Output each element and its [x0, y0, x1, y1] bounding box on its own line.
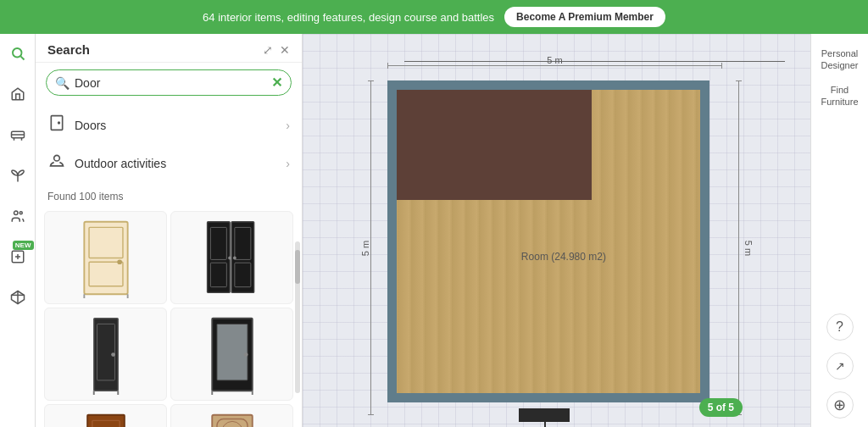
search-panel: Search ⤢ ✕ 🔍 ✕ Doors	[36, 34, 303, 427]
sidebar-item-furniture[interactable]	[5, 122, 31, 147]
search-header: Search ⤢ ✕	[36, 34, 302, 63]
svg-line-1	[20, 56, 24, 59]
search-input-inner: 🔍 ✕	[46, 69, 292, 96]
door-item-4[interactable]	[170, 308, 293, 401]
room-label: Room (24.980 m2)	[521, 251, 606, 263]
dim-left-line	[370, 80, 371, 415]
outdoor-chevron-icon: ›	[286, 157, 290, 170]
sidebar-item-new-wrap: NEW	[5, 244, 31, 269]
svg-point-7	[19, 212, 22, 214]
sidebar-item-plant[interactable]	[5, 163, 31, 188]
banner-text: 64 interior items, editing features, des…	[203, 11, 494, 24]
scroll-thumb	[295, 250, 300, 284]
svg-point-15	[58, 122, 60, 124]
svg-point-38	[243, 352, 248, 357]
search-small-icon: 🔍	[55, 76, 70, 90]
door-ornate-img	[203, 411, 262, 428]
door-bottom	[519, 408, 570, 422]
canvas-area[interactable]: Room (24.980 m2) 5 m 5 m 5 m	[303, 34, 810, 427]
svg-point-6	[14, 211, 18, 215]
svg-point-0	[13, 48, 22, 58]
room-wrapper: Room (24.980 m2) 5 m 5 m 5 m	[387, 80, 722, 415]
left-sidebar: NEW	[0, 34, 36, 427]
search-input-wrap: 🔍 ✕	[36, 63, 302, 103]
outdoor-icon	[47, 152, 66, 174]
help-button[interactable]: ?	[826, 313, 854, 341]
svg-rect-41	[87, 414, 125, 427]
share-icon: ↗	[835, 359, 845, 373]
doors-chevron-icon: ›	[286, 119, 290, 132]
clear-search-icon[interactable]: ✕	[271, 75, 282, 91]
sidebar-item-home[interactable]	[5, 81, 31, 107]
crosshair-icon: ⊕	[833, 396, 846, 414]
items-grid	[36, 208, 302, 427]
door-black-mirror-img	[203, 314, 262, 395]
share-button[interactable]: ↗	[826, 352, 854, 380]
door-item-6[interactable]	[170, 404, 293, 427]
top-banner: 64 interior items, editing features, des…	[0, 0, 868, 34]
found-count: Found 100 items	[36, 186, 302, 208]
door-item-1[interactable]	[44, 211, 167, 304]
svg-rect-14	[51, 116, 62, 130]
svg-point-20	[117, 259, 122, 264]
svg-rect-37	[216, 324, 247, 380]
page-indicator: 5 of 5	[699, 398, 743, 417]
door-item-5[interactable]	[44, 404, 167, 427]
room-floor: Room (24.980 m2)	[397, 90, 700, 393]
furniture-dark	[397, 90, 592, 200]
right-tabs: Personal Designer Find Furniture	[815, 42, 865, 113]
right-actions: ? ↗ ⊕	[826, 313, 854, 419]
arrow-line	[544, 422, 546, 427]
door-item-2[interactable]	[170, 211, 293, 304]
door-black-narrow-img	[76, 314, 136, 395]
doors-icon	[47, 114, 66, 136]
help-icon: ?	[836, 319, 843, 335]
svg-point-29	[228, 256, 231, 259]
category-item-doors[interactable]: Doors ›	[36, 106, 302, 144]
tab-find-furniture[interactable]: Find Furniture	[815, 79, 865, 114]
premium-button[interactable]: Become A Premium Member	[504, 7, 665, 27]
dim-top-label: 5 m	[547, 55, 562, 65]
new-badge: NEW	[13, 241, 34, 250]
door-white-single-img	[76, 218, 136, 298]
door-black-double-img	[203, 218, 262, 298]
search-title: Search	[47, 42, 90, 57]
door-brown-single-img	[76, 411, 136, 428]
svg-point-30	[232, 256, 236, 259]
expand-icon[interactable]: ⤢	[263, 43, 273, 57]
search-input[interactable]	[75, 76, 266, 90]
dim-right-label: 5 m	[743, 240, 754, 255]
category-outdoor-label: Outdoor activities	[75, 157, 166, 170]
dim-top	[404, 61, 785, 62]
right-panel: Personal Designer Find Furniture ? ↗ ⊕	[810, 34, 868, 427]
search-header-icons: ⤢ ✕	[263, 43, 290, 57]
room-outer: Room (24.980 m2)	[387, 80, 709, 402]
dim-top-line	[387, 65, 722, 66]
dim-right-line	[738, 80, 739, 415]
category-list: Doors › Outdoor activities ›	[36, 103, 302, 186]
sidebar-item-search[interactable]	[5, 41, 31, 66]
category-item-outdoor[interactable]: Outdoor activities ›	[36, 144, 302, 182]
sidebar-item-3d[interactable]	[5, 285, 31, 310]
scroll-bar[interactable]	[295, 241, 300, 393]
door-item-3[interactable]	[44, 308, 167, 401]
main-layout: NEW Search ⤢ ✕ 🔍 ✕	[0, 34, 868, 427]
category-doors-label: Doors	[75, 119, 106, 132]
svg-point-16	[54, 155, 60, 161]
close-icon[interactable]: ✕	[280, 43, 290, 57]
svg-point-33	[111, 352, 115, 357]
dim-left-label: 5 m	[360, 240, 370, 255]
tab-personal-designer[interactable]: Personal Designer	[815, 42, 865, 77]
crosshair-button[interactable]: ⊕	[826, 391, 854, 419]
sidebar-item-people[interactable]	[5, 203, 31, 229]
